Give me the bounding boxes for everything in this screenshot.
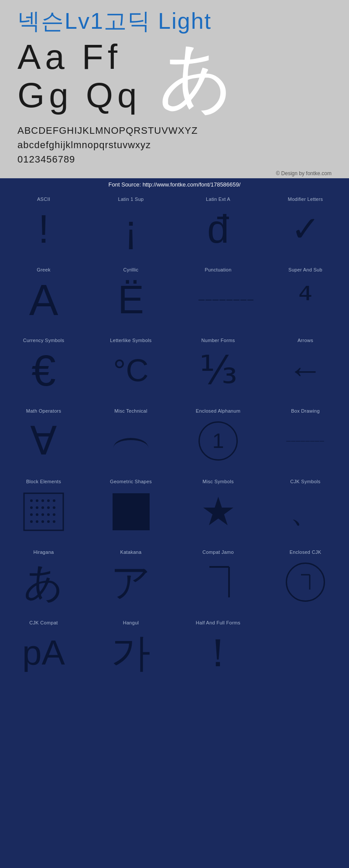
ascii-char: !: [38, 210, 49, 249]
cell-compatjamo: Compat Jamo: [174, 543, 262, 614]
cell-greek: Greek Α: [0, 261, 87, 332]
sample-left: Aa Ff Gg Qq: [17, 38, 141, 115]
cell-mathops: Math Operators ∀: [0, 402, 87, 473]
sym-compatjamo: [201, 558, 236, 606]
punctuation-char: ————————: [198, 297, 238, 303]
mathops-char: ∀: [30, 421, 57, 461]
enclosed-cjk-shape: [286, 563, 325, 602]
label-latinexta: Latin Ext A: [206, 197, 230, 202]
hiragana-char: あ: [24, 563, 64, 602]
cell-currency: Currency Symbols €: [0, 332, 87, 402]
cell-cjksymbols: CJK Symbols 、: [262, 473, 349, 543]
digits: 0123456789: [17, 152, 332, 166]
cell-numforms: Number Forms ⅓: [174, 332, 262, 402]
cell-hangul: Hangul 가: [87, 614, 174, 685]
svg-point-7: [36, 506, 38, 509]
cell-superandsub: Super And Sub ⁴: [262, 261, 349, 332]
label-boxdrawing: Box Drawing: [291, 408, 320, 414]
header-section: 넥슨Lv1고딕 Light Aa Ff Gg Qq あ: [0, 0, 349, 119]
svg-point-6: [30, 506, 33, 509]
cell-blockelements: Block Elements: [0, 473, 87, 543]
halffullforms-char: ！: [198, 633, 238, 672]
sym-greek: Α: [29, 276, 58, 324]
cell-modifier: Modifier Letters ✓: [262, 190, 349, 261]
svg-point-11: [30, 513, 33, 516]
char-aa: Aa: [17, 38, 69, 76]
credit-text: © Design by fontke.com: [276, 170, 332, 176]
svg-point-14: [47, 513, 50, 516]
cell-enclosedalphanum: Enclosed Alphanum 1: [174, 402, 262, 473]
svg-point-3: [41, 499, 44, 502]
sample-row-2: Gg Qq: [17, 76, 141, 115]
hangul-char: 가: [111, 633, 151, 672]
label-compatjamo: Compat Jamo: [202, 549, 234, 555]
svg-point-18: [41, 520, 44, 523]
source-text: Font Source: http://www.fontke.com/font/…: [109, 181, 241, 188]
sym-miscsymbols: ★: [201, 488, 236, 536]
cell-ascii: ASCII !: [0, 190, 87, 261]
sym-letterlike: °C: [113, 346, 149, 394]
label-greek: Greek: [37, 267, 50, 272]
cell-latinexta: Latin Ext A đ: [174, 190, 262, 261]
boxdrawing-char: ────────: [286, 438, 325, 444]
label-enclosedalphanum: Enclosed Alphanum: [196, 408, 240, 414]
alphabet-lower: abcdefghijklmnopqrstuvwxyz: [17, 138, 332, 152]
cell-halffullforms: Half And Full Forms ！: [174, 614, 262, 685]
label-miscsymbols: Misc Symbols: [202, 479, 233, 484]
label-halffullforms: Half And Full Forms: [196, 620, 240, 625]
sym-geoshapes: [113, 488, 150, 536]
sym-latin1sup: ¡: [124, 205, 137, 253]
alphabet-section: ABCDEFGHIJKLMNOPQRSTUVWXYZ abcdefghijklm…: [0, 119, 349, 169]
sym-cyrillic: Ë: [118, 276, 144, 324]
sym-boxdrawing: ────────: [286, 417, 325, 465]
latinexta-char: đ: [207, 210, 229, 249]
cell-misctechnical: Misc Technical: [87, 402, 174, 473]
label-superandsub: Super And Sub: [288, 267, 322, 272]
sym-currency: €: [31, 346, 56, 394]
cell-hiragana: Hiragana あ: [0, 543, 87, 614]
label-hangul: Hangul: [123, 620, 139, 625]
cell-punctuation: Punctuation ————————: [174, 261, 262, 332]
sym-blockelements: [22, 488, 65, 536]
svg-point-8: [41, 506, 44, 509]
cell-empty: [262, 614, 349, 685]
sym-superandsub: ⁴: [298, 276, 312, 324]
sample-row-1: Aa Ff: [17, 38, 141, 76]
latin1sup-char: ¡: [124, 210, 137, 249]
cell-geoshapes: Geometric Shapes: [87, 473, 174, 543]
sym-katakana: ア: [111, 558, 151, 606]
symbol-grid: ASCII ! Latin 1 Sup ¡ Latin Ext A đ Modi…: [0, 190, 349, 685]
label-mathops: Math Operators: [26, 408, 62, 414]
sym-punctuation: ————————: [198, 276, 238, 324]
label-geoshapes: Geometric Shapes: [110, 479, 152, 484]
sym-latinexta: đ: [207, 205, 229, 253]
svg-point-4: [47, 499, 50, 502]
block-elements-svg: [22, 491, 65, 532]
label-hiragana: Hiragana: [33, 549, 54, 555]
label-cjksymbols: CJK Symbols: [290, 479, 320, 484]
sym-hiragana: あ: [24, 558, 64, 606]
sym-mathops: ∀: [30, 417, 57, 465]
modifier-char: ✓: [291, 212, 320, 247]
svg-point-17: [36, 520, 38, 523]
sym-hangul: 가: [111, 629, 151, 677]
label-currency: Currency Symbols: [23, 338, 65, 343]
sym-numforms: ⅓: [199, 346, 237, 394]
font-title: 넥슨Lv1고딕 Light: [17, 9, 332, 34]
sym-ascii: !: [38, 205, 49, 253]
label-blockelements: Block Elements: [26, 479, 61, 484]
cyrillic-char: Ë: [118, 280, 144, 319]
sym-arrows: ←: [288, 346, 323, 394]
enclosed-circle-shape: 1: [198, 421, 238, 461]
cell-enclosedcjk: Enclosed CJK: [262, 543, 349, 614]
label-misctechnical: Misc Technical: [114, 408, 147, 414]
arrows-char: ←: [288, 353, 323, 388]
svg-point-12: [36, 513, 38, 516]
alphabet-upper: ABCDEFGHIJKLMNOPQRSTUVWXYZ: [17, 123, 332, 138]
label-numforms: Number Forms: [202, 338, 235, 343]
char-qq: Qq: [86, 76, 141, 115]
label-latin1sup: Latin 1 Sup: [118, 197, 144, 202]
compatjamo-svg: [201, 563, 236, 602]
cell-cyrillic: Cyrillic Ë: [87, 261, 174, 332]
char-gg: Gg: [17, 76, 73, 115]
